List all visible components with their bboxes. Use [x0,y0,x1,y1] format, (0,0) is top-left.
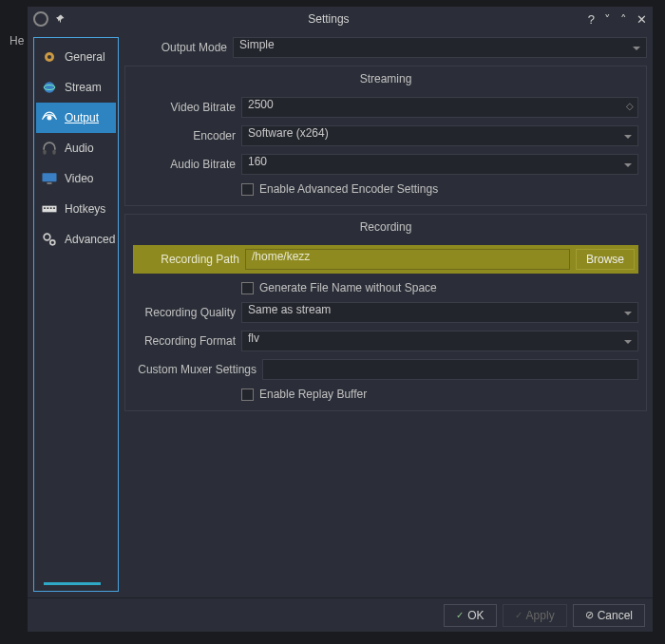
svg-rect-10 [44,207,46,209]
svg-point-4 [48,116,52,121]
generate-nospace-label: Generate File Name without Space [259,281,437,294]
recording-path-label: Recording Path [137,253,239,266]
svg-rect-7 [43,173,57,181]
cogs-icon [40,230,59,249]
sidebar-item-label: Advanced [65,233,115,246]
video-bitrate-input[interactable]: 2500 [241,97,638,118]
recording-group: Recording Recording Path /home/kezz Brow… [124,214,647,411]
audio-bitrate-label: Audio Bitrate [133,158,236,171]
video-bitrate-label: Video Bitrate [133,101,236,114]
globe-icon [40,78,59,97]
audio-bitrate-select[interactable]: 160 [241,154,638,175]
svg-point-1 [48,55,51,59]
cancel-icon: ⊘ [585,609,594,621]
encoder-label: Encoder [133,129,236,142]
svg-rect-8 [48,182,52,184]
svg-point-14 [44,234,50,240]
svg-point-15 [50,240,55,245]
sidebar-item-label: Stream [65,81,102,94]
broadcast-icon [40,108,59,127]
main-panel: Output Mode Simple Streaming Video Bitra… [124,37,647,592]
sidebar-item-hotkeys[interactable]: Hotkeys [36,194,116,224]
recording-quality-label: Recording Quality [133,306,236,319]
streaming-group: Streaming Video Bitrate 2500 Encoder Sof… [124,66,647,206]
monitor-icon [40,169,59,188]
sidebar: General Stream Output Audio [33,37,119,592]
sidebar-item-stream[interactable]: Stream [36,72,116,103]
sidebar-item-label: Video [65,172,93,185]
titlebar: Settings ? ˅ ˄ ✕ [28,7,653,31]
background-text: He [10,34,24,47]
help-button[interactable]: ? [588,12,595,27]
streaming-title: Streaming [133,72,638,85]
gear-icon [40,47,59,66]
close-button[interactable]: ✕ [636,12,647,27]
output-mode-select[interactable]: Simple [233,37,647,58]
sidebar-item-label: Audio [65,142,94,155]
muxer-label: Custom Muxer Settings [133,363,256,376]
generate-nospace-checkbox[interactable] [241,282,254,294]
check-icon: ✓ [456,610,464,620]
footer: ✓OK ✓Apply ⊘Cancel [28,597,653,632]
check-icon: ✓ [515,610,522,620]
svg-rect-6 [52,150,55,155]
sidebar-item-general[interactable]: General [36,42,116,72]
svg-rect-12 [50,207,52,209]
svg-point-2 [44,82,55,93]
recording-format-label: Recording Format [133,334,236,348]
sidebar-item-label: Output [65,111,99,124]
sidebar-item-advanced[interactable]: Advanced [36,224,116,255]
ok-button[interactable]: ✓OK [444,604,496,627]
encoder-select[interactable]: Software (x264) [241,125,638,146]
sidebar-item-video[interactable]: Video [36,163,116,194]
enable-replay-checkbox[interactable] [241,388,254,401]
maximize-button[interactable]: ˄ [620,12,627,27]
ok-label: OK [467,609,484,622]
sidebar-item-label: Hotkeys [65,202,105,216]
minimize-button[interactable]: ˅ [604,12,611,27]
output-mode-label: Output Mode [124,41,227,54]
recording-path-row: Recording Path /home/kezz Browse [133,245,638,274]
svg-rect-11 [48,207,49,209]
cancel-button[interactable]: ⊘Cancel [573,604,645,627]
recording-title: Recording [133,220,638,234]
enable-advanced-checkbox[interactable] [241,183,254,196]
svg-rect-5 [43,150,46,155]
browse-button[interactable]: Browse [576,249,635,270]
apply-button: ✓Apply [503,604,567,627]
muxer-input[interactable] [262,359,638,380]
sidebar-item-label: General [65,50,105,64]
svg-rect-13 [53,207,55,209]
enable-advanced-label: Enable Advanced Encoder Settings [259,182,438,196]
recording-format-select[interactable]: flv [241,331,638,351]
pin-icon[interactable] [54,13,66,25]
window-title: Settings [69,12,588,26]
sidebar-item-output[interactable]: Output [36,103,116,133]
apply-label: Apply [526,609,555,622]
recording-path-input[interactable]: /home/kezz [245,249,570,270]
enable-replay-label: Enable Replay Buffer [259,388,367,401]
recording-quality-select[interactable]: Same as stream [241,302,638,323]
cancel-label: Cancel [598,609,633,622]
obs-icon [33,11,48,27]
settings-window: Settings ? ˅ ˄ ✕ General Stream [27,6,654,633]
keyboard-icon [40,199,59,218]
headphones-icon [40,139,59,158]
sidebar-item-audio[interactable]: Audio [36,133,116,163]
